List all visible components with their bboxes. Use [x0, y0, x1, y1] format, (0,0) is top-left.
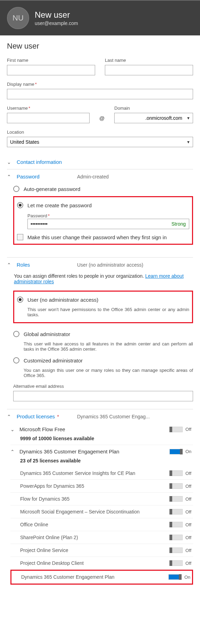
contact-section-title: Contact information: [17, 159, 72, 165]
license-d365-available: 23 of 25 licenses available: [10, 458, 193, 467]
radio-icon: [13, 331, 19, 337]
role-user-desc: This user won't have permissions to the …: [17, 306, 189, 320]
license-d365-row[interactable]: ⌃ Dynamics 365 Customer Engagement Plan …: [10, 445, 193, 458]
roles-section-toggle[interactable]: ⌃ Roles User (no administrator access): [7, 262, 193, 268]
role-custom-desc: You can assign this user one or many rol…: [13, 366, 193, 381]
sublicense-row: SharePoint Online (Plan 2)Off: [10, 531, 193, 544]
sublicense-name: Dynamics 365 Customer Service Insights f…: [20, 470, 166, 476]
chevron-down-icon: ⌄: [10, 427, 16, 432]
sublicense-row: Project Online Desktop ClientOff: [10, 557, 193, 570]
radio-checked-icon: [17, 296, 23, 303]
location-select[interactable]: United States: [7, 137, 193, 147]
password-section-summary: Admin-created: [77, 174, 109, 179]
first-name-input[interactable]: [7, 65, 95, 75]
sublicense-name: Project Online Service: [20, 547, 166, 553]
alt-email-label: Alternative email address: [13, 384, 193, 389]
page-title: New user: [7, 42, 193, 51]
location-label: Location: [7, 129, 193, 135]
sublicense-toggle[interactable]: [169, 547, 183, 553]
toggle-flow[interactable]: [169, 427, 183, 432]
sublicense-row: Flow for Dynamics 365Off: [10, 493, 193, 505]
password-section-toggle[interactable]: ⌃ Password Admin-created: [7, 174, 193, 179]
alt-email-input[interactable]: [13, 391, 193, 401]
toggle-d365[interactable]: [169, 449, 183, 454]
contact-section-toggle[interactable]: ⌄ Contact information: [7, 159, 193, 165]
sublicense-toggle[interactable]: [169, 496, 183, 502]
domain-label: Domain: [114, 106, 193, 111]
checkbox-icon: [17, 234, 23, 240]
radio-checked-icon: [17, 202, 23, 208]
last-name-label: Last name: [105, 58, 193, 63]
sublicense-toggle[interactable]: [169, 483, 183, 489]
password-strength: Strong: [172, 221, 186, 227]
sublicense-name: Microsoft Social Engagement – Service Di…: [20, 509, 166, 515]
role-custom-option[interactable]: Customized administrator: [13, 354, 193, 366]
auto-generate-password-option[interactable]: Auto-generate password: [13, 183, 193, 195]
header-title: New user: [35, 10, 78, 20]
chevron-up-icon: ⌃: [7, 174, 12, 179]
license-flow-available: 9999 of 10000 licenses available: [10, 436, 193, 445]
password-label: Password*: [27, 213, 50, 218]
chevron-up-icon: ⌃: [10, 449, 16, 454]
sublicense-toggle[interactable]: [168, 574, 182, 580]
radio-icon: [13, 357, 19, 363]
sublicense-name: Office Online: [20, 522, 166, 527]
licenses-section-title: Product licenses *: [17, 413, 72, 419]
roles-section-title: Roles: [17, 262, 72, 268]
role-user-option[interactable]: User (no administrator access): [17, 294, 189, 306]
change-password-checkbox-row[interactable]: Make this user change their password whe…: [17, 229, 189, 242]
role-global-option[interactable]: Global administrator: [13, 328, 193, 340]
sublicense-name: Project Online Desktop Client: [20, 560, 166, 566]
password-highlight: Let me create the password Password* Str…: [13, 196, 193, 245]
sublicense-name: PowerApps for Dynamics 365: [20, 483, 166, 489]
display-name-input[interactable]: [7, 89, 193, 99]
username-input[interactable]: [7, 113, 90, 123]
sublicense-name: Dynamics 365 Customer Engagement Plan: [21, 574, 165, 580]
sublicense-name: SharePoint Online (Plan 2): [20, 535, 166, 540]
chevron-down-icon: ⌄: [7, 159, 12, 165]
license-flow-row[interactable]: ⌄ Microsoft Flow Free Off: [10, 423, 193, 436]
sublicense-row: Project Online ServiceOff: [10, 544, 193, 557]
sublicense-row: Dynamics 365 Customer Service Insights f…: [10, 467, 193, 480]
sublicense-row: Microsoft Social Engagement – Service Di…: [10, 505, 193, 518]
at-symbol: @: [99, 115, 105, 121]
sublicense-row: Dynamics 365 Customer Engagement PlanOn: [11, 571, 192, 584]
roles-intro: You can assign different roles to people…: [13, 271, 193, 289]
header-email: user@example.com: [35, 20, 78, 26]
sublicense-toggle[interactable]: [169, 560, 183, 566]
radio-icon: [13, 186, 19, 192]
sublicense-toggle[interactable]: [169, 470, 183, 476]
page-header: NU New user user@example.com: [0, 0, 200, 35]
domain-select[interactable]: .onmicrosoft.com: [114, 113, 193, 123]
first-name-label: First name: [7, 58, 95, 63]
sublicense-toggle[interactable]: [169, 522, 183, 527]
role-global-desc: This user will have access to all featur…: [13, 340, 193, 354]
manual-password-option[interactable]: Let me create the password: [17, 199, 189, 211]
sublicense-row: Office OnlineOff: [10, 518, 193, 531]
password-input[interactable]: [27, 219, 189, 229]
licenses-section-toggle[interactable]: ⌃ Product licenses * Dynamics 365 Custom…: [7, 413, 193, 419]
chevron-up-icon: ⌃: [7, 414, 12, 419]
sublicense-toggle[interactable]: [169, 535, 183, 540]
username-label: Username*: [7, 106, 90, 111]
licenses-section-summary: Dynamics 365 Customer Engag...: [77, 414, 150, 419]
sublicense-name: Flow for Dynamics 365: [20, 496, 166, 502]
avatar: NU: [7, 7, 29, 29]
chevron-up-icon: ⌃: [7, 262, 12, 268]
sublicense-row: PowerApps for Dynamics 365Off: [10, 480, 193, 493]
display-name-label: Display name*: [7, 82, 193, 87]
roles-section-summary: User (no administrator access): [77, 262, 143, 268]
sublicense-highlight: Dynamics 365 Customer Engagement PlanOn: [10, 570, 193, 585]
sublicense-toggle[interactable]: [169, 509, 183, 515]
password-section-title: Password: [17, 174, 72, 179]
last-name-input[interactable]: [105, 65, 193, 75]
role-user-highlight: User (no administrator access) This user…: [13, 291, 193, 323]
